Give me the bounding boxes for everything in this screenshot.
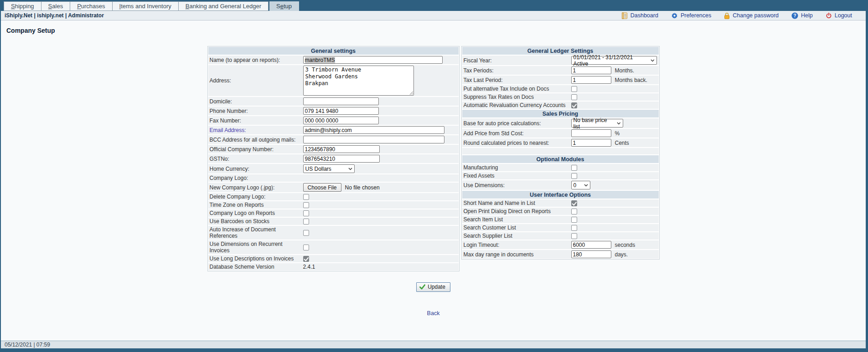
field-label: GSTNo: [210,156,303,162]
alt-tax-include-checkbox[interactable] [571,86,577,92]
field-label: Company Logo on Reports [210,210,303,216]
dashboard-icon [621,12,628,19]
menu-help[interactable]: ? Help [791,12,813,19]
power-icon [826,12,832,19]
back-link[interactable]: Back [427,310,440,316]
tab-label: Purchases [77,3,105,10]
menu-label: Change password [733,12,779,19]
form-row: Open Print Dialog Direct on Reports [462,208,659,215]
long-descriptions-checkbox[interactable] [303,256,309,262]
field-label: Auto Increase of Document References [210,226,303,239]
timezone-reports-checkbox[interactable] [303,202,309,208]
company-name-input[interactable]: manbroTMS [303,56,443,64]
delete-logo-checkbox[interactable] [303,194,309,200]
field-suffix: Months. [615,67,635,74]
chevron-down-icon [651,59,655,62]
menu-dashboard[interactable]: Dashboard [621,12,658,19]
form-row: Address: 3 Trimborn Avenue Sherwood Gard… [208,65,459,96]
tab-sales[interactable]: Sales [41,1,71,11]
phone-input[interactable] [303,107,379,115]
gstno-input[interactable] [303,155,380,163]
status-bar: 05/12/2021 | 07:59 [1,341,866,348]
fixed-assets-checkbox[interactable] [571,173,577,179]
tab-banking-general-ledger[interactable]: Banking and General Ledger [179,1,269,11]
field-label: Tax Last Period: [464,77,571,83]
email-address-link[interactable]: Email Address: [210,127,303,133]
email-input[interactable] [303,126,444,134]
home-currency-select[interactable]: US Dollars [303,164,355,173]
field-label: Address: [210,77,303,84]
field-label: Database Scheme Version [210,264,303,270]
address-textarea[interactable]: 3 Trimborn Avenue Sherwood Gardens Brakp… [303,66,414,96]
identity-text: iShiply.Net | ishiply.net | Administrato… [5,12,104,19]
field-label: Use Long Descriptions on Invoices [210,255,303,262]
tab-items-and-inventory[interactable]: Items and Inventory [113,1,179,11]
field-label: Phone Number: [210,108,303,114]
auto-increase-checkbox[interactable] [303,230,309,236]
bcc-input[interactable] [303,136,444,143]
fiscal-year-select[interactable]: 01/01/2021 - 31/12/2021 Active [571,56,657,65]
field-label: Base for auto price calculations: [464,120,571,127]
form-row: Official Company Number: [208,145,459,153]
max-day-range-input[interactable] [571,250,611,258]
company-number-input[interactable] [303,145,380,153]
menu-preferences[interactable]: Preferences [671,12,711,19]
short-name-list-checkbox[interactable] [571,200,577,206]
tax-periods-input[interactable] [571,66,611,74]
use-dimensions-select[interactable]: 0 [571,181,590,189]
form-row: Company Logo on Reports [208,209,459,217]
form-row: GSTNo: [208,154,459,163]
suppress-tax-rates-checkbox[interactable] [571,94,577,100]
round-prices-input[interactable] [571,139,611,147]
print-dialog-checkbox[interactable] [571,209,577,214]
field-label: Official Company Number: [210,146,303,153]
login-timeout-input[interactable] [571,241,611,249]
dimensions-recurrent-checkbox[interactable] [303,245,309,250]
search-supplier-list-checkbox[interactable] [571,233,577,239]
logo-on-reports-checkbox[interactable] [303,210,309,216]
field-label: Time Zone on Reports [210,202,303,208]
tab-label: Items and Inventory [119,3,171,10]
fax-input[interactable] [303,117,379,124]
form-row: Delete Company Logo: [208,193,459,200]
title-bar: Company Setup [1,20,866,34]
manufacturing-checkbox[interactable] [571,165,577,171]
form-row: Max day range in documents days. [462,250,659,259]
menu-logout[interactable]: Logout [826,12,852,19]
section-header: General settings [208,47,459,55]
form-row: Automatic Revaluation Currency Accounts [462,102,659,109]
field-label: Domicile: [210,98,303,105]
form-row: Time Zone on Reports [208,201,459,209]
form-row: Tax Last Period: Months back. [462,76,659,84]
search-item-list-checkbox[interactable] [571,217,577,223]
menu-change-password[interactable]: Change password [724,12,779,19]
form-row: Use Dimensions on Recurrent Invoices [208,240,459,254]
add-price-input[interactable] [571,129,611,137]
panel-general-ledger-settings: General Ledger Settings Fiscal Year: 01/… [461,46,660,260]
field-label: Search Supplier List [464,233,571,239]
menu-label: Dashboard [630,12,658,19]
barcodes-checkbox[interactable] [303,219,309,224]
tab-purchases[interactable]: Purchases [70,1,112,11]
choose-file-button[interactable]: Choose File [303,183,341,192]
form-row: Email Address: [208,126,459,134]
menu-label: Preferences [681,12,711,19]
field-label: Name (to appear on reports): [210,57,303,63]
domicile-input[interactable] [303,97,379,105]
db-version-value: 2.4.1 [303,264,315,270]
chevron-down-icon [617,122,621,125]
tab-label: Banking and General Ledger [186,3,261,10]
page-title: Company Setup [6,27,55,34]
update-button[interactable]: Update [416,282,450,292]
tab-setup[interactable]: Setup [269,1,299,11]
base-price-list-select[interactable]: No base price list [571,119,623,128]
tax-last-period-input[interactable] [571,76,611,84]
tab-shipping[interactable]: Shipping [4,1,41,11]
form-actions: Update [1,282,866,292]
search-customer-list-checkbox[interactable] [571,225,577,231]
auto-revaluation-checkbox[interactable] [571,102,577,108]
lock-icon [724,12,730,19]
form-row: Login Timeout: seconds [462,240,659,249]
field-label: Home Currency: [210,166,303,172]
field-label: Delete Company Logo: [210,194,303,200]
